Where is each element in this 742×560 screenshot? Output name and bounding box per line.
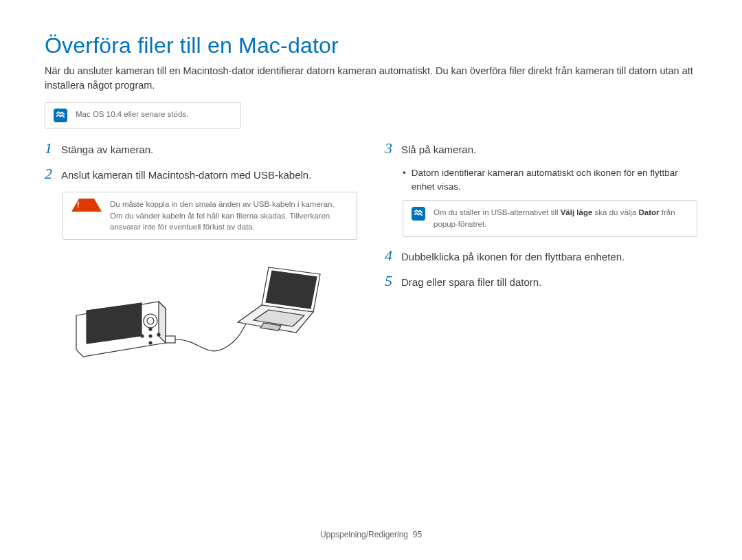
top-note-box: Mac OS 10.4 eller senare stöds. (45, 102, 241, 128)
step-4: 4 Dubbelklicka på ikonen för den flyttba… (385, 248, 697, 264)
step-5: 5 Drag eller spara filer till datorn. (385, 273, 697, 289)
step-text: Slå på kameran. (401, 141, 476, 157)
step-text: Drag eller spara filer till datorn. (401, 273, 541, 289)
step-number: 5 (385, 273, 394, 289)
step-text: Dubbelklicka på ikonen för den flyttbara… (401, 248, 625, 264)
txt-part: Om du ställer in USB-alternativet till (434, 208, 561, 216)
warning-icon (71, 199, 102, 212)
step-3-bullet: • Datorn identifierar kameran automatisk… (403, 166, 697, 193)
step-number: 1 (45, 141, 54, 156)
intro-paragraph: När du ansluter kameran till en Macintos… (45, 64, 697, 93)
step-1: 1 Stänga av kameran. (45, 141, 357, 157)
page-footer: Uppspelning/Redigering 95 (0, 530, 742, 539)
step-3: 3 Slå på kameran. (385, 141, 697, 157)
warning-box: Du måste koppla in den smala änden av US… (63, 192, 357, 240)
page-title: Överföra filer till en Mac-dator (45, 33, 697, 58)
step-text: Anslut kameran till Macintosh-datorn med… (61, 166, 311, 182)
footer-page-number: 95 (413, 530, 422, 539)
svg-point-7 (149, 328, 152, 331)
svg-point-6 (149, 341, 152, 344)
bullet-dot: • (403, 166, 406, 193)
info-icon (54, 109, 67, 122)
info-box: Om du ställer in USB-alternativet till V… (403, 200, 697, 236)
top-note-text: Mac OS 10.4 eller senare stöds. (76, 109, 188, 120)
two-column-layout: 1 Stänga av kameran. 2 Anslut kameran ti… (45, 141, 697, 363)
step-text: Stänga av kameran. (61, 141, 153, 157)
step-number: 4 (385, 248, 394, 263)
manual-page: Överföra filer till en Mac-dator När du … (0, 0, 742, 560)
svg-point-4 (149, 335, 152, 337)
right-column: 3 Slå på kameran. • Datorn identifierar … (385, 141, 697, 363)
info-text: Om du ställer in USB-alternativet till V… (434, 207, 688, 229)
step-2: 2 Anslut kameran till Macintosh-datorn m… (45, 166, 357, 182)
svg-rect-8 (166, 336, 175, 343)
warning-text: Du måste koppla in den smala änden av US… (110, 199, 348, 233)
txt-bold: Välj läge (561, 208, 593, 216)
txt-part: ska du välja (592, 208, 638, 216)
usb-connection-illustration (63, 254, 324, 363)
info-icon (412, 207, 425, 221)
svg-point-5 (157, 333, 160, 336)
txt-bold: Dator (639, 208, 660, 216)
footer-section: Uppspelning/Redigering (320, 530, 408, 539)
bullet-text: Datorn identifierar kameran automatiskt … (412, 166, 697, 193)
step-number: 2 (45, 166, 54, 181)
step-number: 3 (385, 141, 394, 156)
left-column: 1 Stänga av kameran. 2 Anslut kameran ti… (45, 141, 357, 363)
svg-point-3 (141, 335, 144, 337)
